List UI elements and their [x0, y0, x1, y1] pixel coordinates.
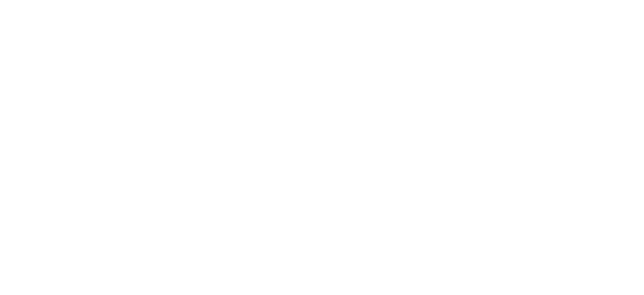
- candlestick-chart[interactable]: [0, 0, 644, 295]
- trading-chart-window: [0, 0, 644, 295]
